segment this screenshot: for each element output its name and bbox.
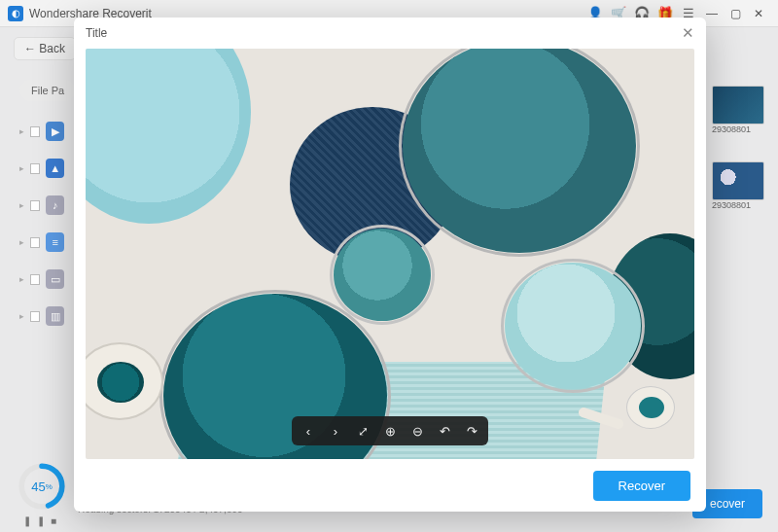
next-image-button[interactable]: › [329, 424, 342, 439]
back-button[interactable]: ← Back [14, 37, 76, 60]
thumbnail-caption: 29308801 [712, 124, 764, 134]
chevron-right-icon: ▸ [19, 311, 24, 321]
file-path-filter[interactable]: File Pa [19, 80, 76, 101]
app-logo-icon: ◐ [8, 6, 23, 21]
thumbnail-column: 29308801 29308801 [712, 86, 764, 237]
archive-icon: ▥ [46, 306, 64, 326]
thumbnail-item[interactable]: 29308801 [712, 161, 764, 214]
close-window-button[interactable]: ✕ [747, 5, 770, 22]
rotate-right-button[interactable]: ↷ [465, 424, 478, 439]
preview-modal: Title ✕ ‹ › ⤢ ⊕ ⊖ ↶ ↷ Recover [74, 18, 706, 512]
maximize-button[interactable]: ▢ [724, 5, 747, 22]
category-checkbox[interactable] [30, 163, 40, 174]
scan-progress-ring: 45% [18, 462, 66, 511]
recover-button[interactable]: Recover [593, 471, 690, 501]
zoom-out-button[interactable]: ⊖ [410, 424, 424, 439]
modal-footer: Recover [74, 459, 706, 512]
category-row-other[interactable]: ▸ ▭ [19, 261, 64, 298]
fullscreen-button[interactable]: ⤢ [356, 424, 370, 439]
category-checkbox[interactable] [30, 274, 40, 285]
rotate-left-button[interactable]: ↶ [438, 424, 451, 439]
image-icon: ▲ [46, 159, 64, 178]
thumbnail-image [712, 86, 764, 124]
chevron-right-icon: ▸ [19, 274, 24, 284]
zoom-in-button[interactable]: ⊕ [383, 424, 397, 439]
document-icon: ≡ [46, 232, 64, 252]
pause-button[interactable]: ❚❚ [23, 515, 51, 526]
category-row-audio[interactable]: ▸ ♪ [19, 187, 64, 224]
category-row-videos[interactable]: ▸ ▶ [19, 113, 64, 150]
chevron-right-icon: ▸ [19, 163, 24, 173]
category-row-archive[interactable]: ▸ ▥ [19, 298, 64, 335]
video-icon: ▶ [46, 122, 64, 141]
thumbnail-caption: 29308801 [712, 200, 764, 210]
scan-controls: ❚❚■ [23, 515, 62, 526]
category-list: ▸ ▶ ▸ ▲ ▸ ♪ ▸ ≡ ▸ ▭ ▸ ▥ [19, 113, 64, 335]
thumbnail-image [712, 161, 764, 200]
modal-header: Title ✕ [74, 18, 706, 49]
back-label: Back [39, 42, 65, 55]
chevron-right-icon: ▸ [19, 237, 24, 247]
chevron-right-icon: ▸ [19, 200, 24, 210]
scan-progress-percent: 45% [18, 462, 66, 511]
stop-button[interactable]: ■ [51, 515, 62, 526]
category-checkbox[interactable] [30, 126, 40, 137]
preview-image: ‹ › ⤢ ⊕ ⊖ ↶ ↷ [86, 49, 694, 459]
category-row-documents[interactable]: ▸ ≡ [19, 224, 64, 261]
modal-close-button[interactable]: ✕ [682, 24, 694, 42]
category-checkbox[interactable] [30, 200, 40, 211]
category-checkbox[interactable] [30, 237, 40, 248]
thumbnail-item[interactable]: 29308801 [712, 86, 764, 138]
chevron-right-icon: ▸ [19, 126, 24, 136]
file-icon: ▭ [46, 269, 64, 289]
prev-image-button[interactable]: ‹ [301, 424, 315, 439]
category-row-images[interactable]: ▸ ▲ [19, 150, 64, 187]
preview-toolbar: ‹ › ⤢ ⊕ ⊖ ↶ ↷ [292, 416, 488, 445]
category-checkbox[interactable] [30, 311, 40, 322]
modal-title: Title [86, 26, 107, 40]
audio-icon: ♪ [46, 195, 64, 215]
back-arrow-icon: ← [24, 42, 36, 55]
